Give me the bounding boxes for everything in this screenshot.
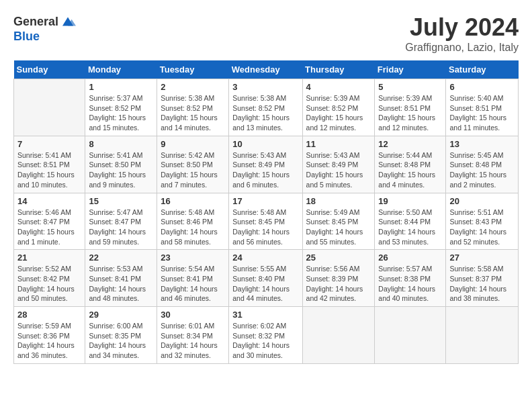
day-info: Sunrise: 5:37 AM Sunset: 8:52 PM Dayligh… — [89, 93, 153, 133]
calendar-week-row: 28Sunrise: 5:59 AM Sunset: 8:36 PM Dayli… — [14, 307, 519, 364]
calendar-cell: 7Sunrise: 5:41 AM Sunset: 8:51 PM Daylig… — [14, 136, 85, 193]
day-of-week-header: Thursday — [302, 60, 375, 79]
day-info: Sunrise: 6:00 AM Sunset: 8:35 PM Dayligh… — [89, 321, 153, 361]
calendar-cell: 27Sunrise: 5:58 AM Sunset: 8:37 PM Dayli… — [446, 250, 519, 307]
day-number: 4 — [306, 82, 371, 92]
calendar-week-row: 21Sunrise: 5:52 AM Sunset: 8:42 PM Dayli… — [14, 250, 519, 307]
day-number: 20 — [449, 196, 515, 206]
day-number: 30 — [161, 310, 225, 320]
calendar-header-row: SundayMondayTuesdayWednesdayThursdayFrid… — [14, 60, 519, 79]
calendar-week-row: 14Sunrise: 5:46 AM Sunset: 8:47 PM Dayli… — [14, 193, 519, 250]
calendar-cell: 4Sunrise: 5:39 AM Sunset: 8:52 PM Daylig… — [302, 79, 375, 136]
day-number: 17 — [232, 196, 298, 206]
day-info: Sunrise: 5:40 AM Sunset: 8:51 PM Dayligh… — [449, 93, 515, 133]
calendar-cell: 3Sunrise: 5:38 AM Sunset: 8:52 PM Daylig… — [229, 79, 302, 136]
logo: General Blue — [13, 13, 76, 44]
calendar-cell: 16Sunrise: 5:48 AM Sunset: 8:46 PM Dayli… — [157, 193, 229, 250]
day-number: 27 — [449, 253, 515, 263]
calendar-cell — [302, 307, 375, 364]
logo-icon — [60, 13, 76, 30]
day-number: 14 — [17, 196, 81, 206]
calendar-week-row: 7Sunrise: 5:41 AM Sunset: 8:51 PM Daylig… — [14, 136, 519, 193]
day-info: Sunrise: 5:38 AM Sunset: 8:52 PM Dayligh… — [232, 93, 298, 133]
calendar-cell: 25Sunrise: 5:56 AM Sunset: 8:39 PM Dayli… — [302, 250, 375, 307]
day-info: Sunrise: 5:41 AM Sunset: 8:50 PM Dayligh… — [89, 150, 153, 190]
day-number: 3 — [232, 82, 298, 92]
calendar-cell: 31Sunrise: 6:02 AM Sunset: 8:32 PM Dayli… — [229, 307, 302, 364]
calendar-cell: 1Sunrise: 5:37 AM Sunset: 8:52 PM Daylig… — [85, 79, 157, 136]
day-number: 26 — [378, 253, 442, 263]
day-number: 10 — [232, 139, 298, 149]
calendar-cell: 13Sunrise: 5:45 AM Sunset: 8:48 PM Dayli… — [446, 136, 519, 193]
calendar-cell: 12Sunrise: 5:44 AM Sunset: 8:48 PM Dayli… — [375, 136, 446, 193]
calendar-cell: 9Sunrise: 5:42 AM Sunset: 8:50 PM Daylig… — [157, 136, 229, 193]
title-section: July 2024 Graffignano, Lazio, Italy — [405, 13, 519, 54]
calendar-cell: 11Sunrise: 5:43 AM Sunset: 8:49 PM Dayli… — [302, 136, 375, 193]
day-info: Sunrise: 5:43 AM Sunset: 8:49 PM Dayligh… — [306, 150, 371, 190]
day-info: Sunrise: 5:39 AM Sunset: 8:51 PM Dayligh… — [378, 93, 442, 133]
logo-general: General — [13, 15, 58, 29]
page-header: General Blue July 2024 Graffignano, Lazi… — [13, 13, 519, 54]
day-info: Sunrise: 5:56 AM Sunset: 8:39 PM Dayligh… — [306, 264, 371, 304]
calendar-cell: 14Sunrise: 5:46 AM Sunset: 8:47 PM Dayli… — [14, 193, 85, 250]
day-number: 13 — [449, 139, 515, 149]
day-info: Sunrise: 5:43 AM Sunset: 8:49 PM Dayligh… — [232, 150, 298, 190]
calendar-cell: 19Sunrise: 5:50 AM Sunset: 8:44 PM Dayli… — [375, 193, 446, 250]
calendar-cell: 24Sunrise: 5:55 AM Sunset: 8:40 PM Dayli… — [229, 250, 302, 307]
day-number: 22 — [89, 253, 153, 263]
day-of-week-header: Friday — [375, 60, 446, 79]
calendar-cell — [446, 307, 519, 364]
day-number: 31 — [232, 310, 298, 320]
day-of-week-header: Sunday — [14, 60, 85, 79]
day-number: 2 — [161, 82, 225, 92]
day-number: 19 — [378, 196, 442, 206]
day-info: Sunrise: 5:53 AM Sunset: 8:41 PM Dayligh… — [89, 264, 153, 304]
day-info: Sunrise: 5:39 AM Sunset: 8:52 PM Dayligh… — [306, 93, 371, 133]
day-info: Sunrise: 5:52 AM Sunset: 8:42 PM Dayligh… — [17, 264, 81, 304]
day-of-week-header: Saturday — [446, 60, 519, 79]
day-number: 11 — [306, 139, 371, 149]
day-number: 1 — [89, 82, 153, 92]
day-of-week-header: Tuesday — [157, 60, 229, 79]
day-info: Sunrise: 5:46 AM Sunset: 8:47 PM Dayligh… — [17, 208, 81, 247]
day-number: 16 — [161, 196, 225, 206]
day-number: 8 — [89, 139, 153, 149]
calendar-cell: 23Sunrise: 5:54 AM Sunset: 8:41 PM Dayli… — [157, 250, 229, 307]
day-info: Sunrise: 5:48 AM Sunset: 8:45 PM Dayligh… — [232, 208, 298, 247]
day-of-week-header: Wednesday — [229, 60, 302, 79]
calendar-cell: 21Sunrise: 5:52 AM Sunset: 8:42 PM Dayli… — [14, 250, 85, 307]
day-info: Sunrise: 5:47 AM Sunset: 8:47 PM Dayligh… — [89, 208, 153, 247]
day-info: Sunrise: 5:45 AM Sunset: 8:48 PM Dayligh… — [449, 150, 515, 190]
day-number: 5 — [378, 82, 442, 92]
day-info: Sunrise: 5:41 AM Sunset: 8:51 PM Dayligh… — [17, 150, 81, 190]
day-info: Sunrise: 5:42 AM Sunset: 8:50 PM Dayligh… — [161, 150, 225, 190]
calendar-cell — [14, 79, 85, 136]
day-number: 18 — [306, 196, 371, 206]
day-info: Sunrise: 5:54 AM Sunset: 8:41 PM Dayligh… — [161, 264, 225, 304]
day-info: Sunrise: 6:01 AM Sunset: 8:34 PM Dayligh… — [161, 321, 225, 361]
day-info: Sunrise: 5:50 AM Sunset: 8:44 PM Dayligh… — [378, 208, 442, 247]
day-info: Sunrise: 5:57 AM Sunset: 8:38 PM Dayligh… — [378, 264, 442, 304]
day-number: 25 — [306, 253, 371, 263]
day-info: Sunrise: 5:48 AM Sunset: 8:46 PM Dayligh… — [161, 208, 225, 247]
calendar-cell: 10Sunrise: 5:43 AM Sunset: 8:49 PM Dayli… — [229, 136, 302, 193]
calendar-week-row: 1Sunrise: 5:37 AM Sunset: 8:52 PM Daylig… — [14, 79, 519, 136]
calendar-table: SundayMondayTuesdayWednesdayThursdayFrid… — [13, 60, 519, 364]
day-number: 29 — [89, 310, 153, 320]
calendar-cell: 6Sunrise: 5:40 AM Sunset: 8:51 PM Daylig… — [446, 79, 519, 136]
day-info: Sunrise: 5:51 AM Sunset: 8:43 PM Dayligh… — [449, 208, 515, 247]
day-number: 12 — [378, 139, 442, 149]
day-info: Sunrise: 5:58 AM Sunset: 8:37 PM Dayligh… — [449, 264, 515, 304]
calendar-cell: 8Sunrise: 5:41 AM Sunset: 8:50 PM Daylig… — [85, 136, 157, 193]
calendar-cell: 29Sunrise: 6:00 AM Sunset: 8:35 PM Dayli… — [85, 307, 157, 364]
calendar-cell: 26Sunrise: 5:57 AM Sunset: 8:38 PM Dayli… — [375, 250, 446, 307]
day-number: 28 — [17, 310, 81, 320]
day-number: 15 — [89, 196, 153, 206]
calendar-cell: 22Sunrise: 5:53 AM Sunset: 8:41 PM Dayli… — [85, 250, 157, 307]
calendar-cell — [375, 307, 446, 364]
day-of-week-header: Monday — [85, 60, 157, 79]
calendar-cell: 28Sunrise: 5:59 AM Sunset: 8:36 PM Dayli… — [14, 307, 85, 364]
logo-blue: Blue — [13, 30, 40, 43]
calendar-cell: 2Sunrise: 5:38 AM Sunset: 8:52 PM Daylig… — [157, 79, 229, 136]
day-number: 24 — [232, 253, 298, 263]
